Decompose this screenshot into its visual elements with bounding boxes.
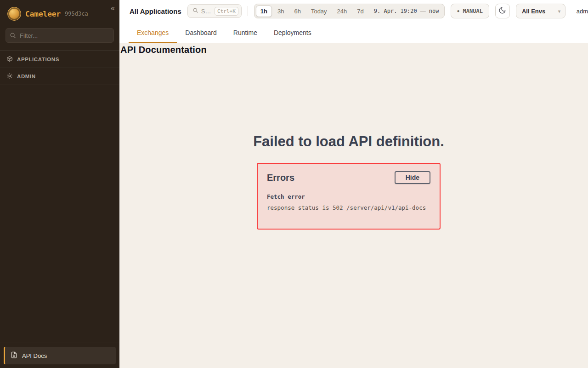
topbar: All Applications S… Ctrl+K 1h 3h 6h Toda… [119, 0, 588, 22]
tab-bar: Exchanges Dashboard Runtime Deployments [119, 22, 588, 43]
search-icon [10, 32, 16, 40]
sidebar-collapse-button[interactable]: « [111, 5, 115, 12]
filter-input[interactable] [6, 28, 114, 43]
page-context-title: All Applications [130, 7, 181, 15]
tab-dashboard[interactable]: Dashboard [177, 22, 225, 43]
date-range-end: now [429, 8, 439, 14]
sidebar-footer: API Docs [0, 343, 119, 368]
date-range-separator: — [420, 8, 426, 14]
document-icon [11, 351, 17, 360]
cameleer-logo-icon [7, 7, 21, 21]
tab-runtime[interactable]: Runtime [225, 22, 266, 43]
dot-icon: ● [457, 9, 459, 13]
errors-panel: Errors Hide Fetch error response status … [257, 163, 441, 230]
sidebar-nav: APPLICATIONS ADMIN [0, 50, 119, 85]
time-range-3h[interactable]: 3h [273, 6, 288, 17]
main-area: All Applications S… Ctrl+K 1h 3h 6h Toda… [119, 0, 588, 368]
time-range-selector: 1h 3h 6h Today 24h 7d 9. Apr. 19:20 — no… [254, 4, 445, 18]
sidebar-item-api-docs[interactable]: API Docs [4, 347, 116, 364]
time-range-1h[interactable]: 1h [256, 6, 272, 17]
error-name: Fetch error [267, 193, 430, 200]
time-range-7d[interactable]: 7d [352, 6, 368, 17]
moon-icon [498, 6, 506, 16]
sidebar-header: Cameleer 995d3ca [0, 0, 119, 26]
manual-button-label: MANUAL [463, 8, 483, 14]
user-menu[interactable]: adm [576, 8, 588, 15]
date-range-display[interactable]: 9. Apr. 19:20 — now [374, 8, 439, 14]
tab-exchanges[interactable]: Exchanges [129, 22, 177, 43]
error-heading: Failed to load API definition. [120, 133, 577, 150]
app-logo-text: Cameleer [25, 10, 61, 18]
sidebar-item-applications[interactable]: APPLICATIONS [0, 50, 119, 68]
divider [248, 6, 248, 16]
sidebar-filter [6, 28, 114, 43]
error-item: Fetch error response status is 502 /serv… [267, 193, 430, 211]
app-root: Cameleer 995d3ca « APPLICATIONS ADMIN [0, 0, 588, 368]
search-icon [192, 7, 198, 15]
date-range-start: 9. Apr. 19:20 [374, 8, 417, 14]
errors-panel-title: Errors [267, 172, 294, 183]
time-range-24h[interactable]: 24h [333, 6, 352, 17]
environment-dropdown[interactable]: All Envs ▾ [516, 4, 565, 18]
global-search[interactable]: S… Ctrl+K [187, 4, 242, 18]
errors-panel-header: Errors Hide [267, 171, 430, 184]
search-placeholder: S… [201, 8, 212, 15]
environment-dropdown-value: All Envs [522, 8, 545, 15]
time-range-today[interactable]: Today [306, 6, 332, 17]
time-range-6h[interactable]: 6h [289, 6, 305, 17]
keyboard-shortcut-badge: Ctrl+K [215, 7, 238, 16]
package-icon [6, 56, 13, 63]
sidebar-item-admin[interactable]: ADMIN [0, 68, 119, 85]
page-title: API Documentation [120, 45, 577, 55]
tab-deployments[interactable]: Deployments [266, 22, 320, 43]
content-area: API Documentation Failed to load API def… [119, 43, 588, 368]
sidebar: Cameleer 995d3ca « APPLICATIONS ADMIN [0, 0, 119, 368]
sidebar-item-label: ADMIN [17, 74, 36, 79]
app-version: 995d3ca [65, 11, 88, 17]
sidebar-item-label: API Docs [22, 352, 47, 359]
error-detail: response status is 502 /server/api/v1/ap… [267, 204, 430, 211]
sidebar-item-label: APPLICATIONS [17, 57, 59, 62]
gear-icon [6, 73, 13, 80]
chevron-down-icon: ▾ [558, 9, 560, 14]
dark-mode-toggle[interactable] [495, 4, 510, 18]
hide-errors-button[interactable]: Hide [395, 171, 430, 184]
swagger-error-section: Failed to load API definition. Errors Hi… [120, 133, 577, 230]
manual-refresh-button[interactable]: ● MANUAL [451, 4, 489, 18]
